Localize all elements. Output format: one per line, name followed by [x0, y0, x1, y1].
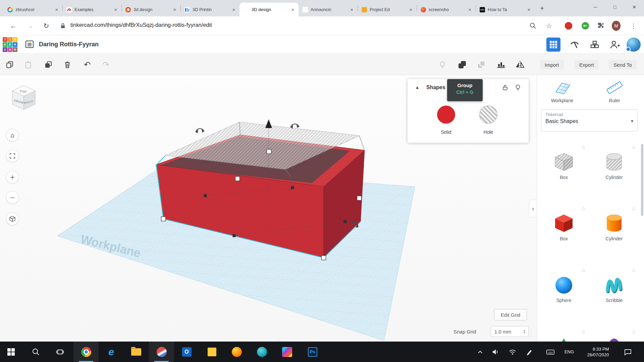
browser-profile-avatar[interactable]: M [612, 21, 621, 30]
user-avatar[interactable] [627, 38, 641, 52]
mirror-flip-icon[interactable] [515, 60, 525, 70]
taskbar-search-button[interactable] [26, 342, 45, 362]
tray-network[interactable] [507, 342, 518, 362]
back-icon[interactable]: ← [9, 21, 18, 31]
panel-collapse-icon[interactable]: ▲ [412, 83, 422, 92]
bricks-icon[interactable] [589, 39, 600, 50]
taskbar-file-explorer[interactable] [123, 342, 149, 362]
taskbar-teal-app[interactable] [249, 342, 274, 362]
browser-menu-icon[interactable]: ⋮ [629, 21, 638, 30]
tab-screenshot[interactable]: screensho × [417, 3, 476, 16]
shape-item-scribble[interactable]: ☆ Scribble [590, 267, 638, 326]
dashboard-grid-button[interactable] [546, 38, 560, 52]
ruler-tool[interactable]: Ruler [589, 80, 640, 103]
favorite-star-icon[interactable]: ☆ [581, 267, 586, 274]
shape-library-dropdown[interactable]: Tinkercad Basic Shapes ▾ [541, 109, 638, 131]
rotate-handle-right[interactable] [290, 124, 300, 129]
tray-pen[interactable] [524, 342, 535, 362]
tab-close-icon[interactable]: × [526, 7, 532, 13]
workplane-tool[interactable]: Workplane [537, 80, 587, 103]
forward-icon[interactable]: → [25, 21, 35, 31]
taskbar-firefox[interactable] [224, 342, 249, 362]
tray-show-hidden-icons[interactable] [474, 342, 486, 362]
shape-item-partial[interactable]: ☆ [540, 328, 588, 342]
tray-action-center[interactable] [621, 342, 635, 362]
bplus-extension-icon[interactable]: B+ [581, 21, 590, 30]
visibility-bulb-icon[interactable] [514, 83, 522, 92]
tab-close-icon[interactable]: × [290, 7, 296, 13]
snap-grid-spinner[interactable]: ▴▾ [523, 329, 525, 334]
tab-close-icon[interactable]: × [172, 7, 178, 13]
taskbar-chrome[interactable] [73, 342, 99, 362]
add-person-icon[interactable] [609, 39, 621, 50]
zoom-in-button[interactable]: + [6, 171, 19, 183]
rotate-handle-left[interactable] [195, 129, 205, 133]
start-button[interactable] [2, 342, 20, 362]
extensions-puzzle-icon[interactable] [596, 21, 605, 30]
align-icon[interactable] [496, 60, 506, 70]
zoom-out-button[interactable]: − [6, 191, 19, 204]
tab-close-icon[interactable]: × [54, 7, 60, 13]
snap-grid-dropdown[interactable]: 1.0 mm ▴▾ [491, 326, 529, 337]
tab-3d-design-active[interactable]: 3D design × [239, 3, 299, 16]
taskbar-internet-explorer[interactable]: e [99, 342, 124, 362]
hole-material-swatch[interactable] [479, 106, 497, 124]
properties-menu-icon[interactable] [25, 41, 34, 48]
copy-icon[interactable] [5, 60, 15, 70]
minecraft-pickaxe-icon[interactable] [569, 39, 580, 50]
panel-scrollbar[interactable] [641, 144, 643, 216]
favorite-star-icon[interactable]: ☆ [631, 144, 636, 150]
home-view-button[interactable]: ⌂ [6, 129, 19, 141]
favorite-star-icon[interactable]: ☆ [631, 205, 636, 212]
tab-how-to[interactable]: HTG How to Ta × [476, 3, 535, 16]
tray-language[interactable]: ENG [562, 342, 576, 362]
send-to-button[interactable]: Send To [609, 60, 637, 69]
tab-examples[interactable]: Examples × [62, 3, 121, 16]
tab-announcing[interactable]: Announcin × [299, 3, 358, 16]
favorite-star-icon[interactable]: ☆ [581, 205, 586, 212]
url-text[interactable]: tinkercad.com/things/dhfBrXuSqzj-daring-… [70, 22, 212, 28]
delete-trash-icon[interactable] [62, 60, 72, 70]
bookmark-star-icon[interactable]: ☆ [545, 21, 553, 30]
tab-zbrushcore[interactable]: zbrushcor × [3, 3, 62, 16]
tray-volume[interactable] [490, 342, 501, 362]
tab-project-ed[interactable]: Project Ed × [358, 3, 417, 16]
tab-3d-printing[interactable]: 3D Printin × [180, 3, 239, 16]
shape-item-cylinder[interactable]: ☆ Cylinder [590, 205, 638, 264]
favorite-star-icon[interactable]: ☆ [581, 144, 586, 150]
solid-material-swatch[interactable] [437, 106, 455, 124]
shape-item-hole-cylinder[interactable]: ☆ Cylinder [590, 144, 638, 203]
import-button[interactable]: Import [540, 60, 564, 69]
lock-toggle-icon[interactable] [501, 83, 509, 92]
shape-item-partial[interactable]: ☆ [590, 328, 638, 342]
fit-view-button[interactable] [6, 149, 19, 162]
perspective-toggle-button[interactable] [6, 213, 19, 225]
taskbar-outlook[interactable]: O [174, 342, 199, 362]
zoom-indicator-icon[interactable] [529, 21, 537, 30]
lightbulb-icon[interactable] [437, 60, 447, 70]
shape-item-hole-box[interactable]: ☆ Box [540, 144, 588, 203]
favorite-star-icon[interactable]: ☆ [631, 328, 636, 335]
undo-icon[interactable]: ↶ [82, 60, 92, 70]
reload-icon[interactable]: ↻ [42, 21, 51, 31]
tab-close-icon[interactable]: × [113, 7, 119, 13]
paste-icon[interactable] [23, 60, 33, 70]
favorite-star-icon[interactable]: ☆ [581, 328, 586, 335]
taskbar-photoshop[interactable]: Ps [300, 342, 325, 362]
task-view-button[interactable] [51, 342, 69, 362]
tab-close-icon[interactable]: × [467, 7, 473, 13]
tab-3d-design-search[interactable]: 3d design × [121, 3, 180, 16]
taskbar-sticky-notes[interactable] [199, 342, 224, 362]
height-handle-cone[interactable] [265, 119, 272, 128]
tab-close-icon[interactable]: × [231, 7, 237, 13]
tray-clock[interactable]: 8:33 PM 28/07/2020 [583, 342, 613, 362]
window-minimize-button[interactable]: ─ [586, 0, 605, 14]
edit-grid-button[interactable]: Edit Grid [494, 309, 527, 320]
tinkercad-logo[interactable]: TIN KER CAD [3, 37, 17, 52]
panel-collapse-handle[interactable]: › [529, 200, 537, 217]
adblock-extension-icon[interactable] [564, 21, 573, 30]
group-icon[interactable] [457, 60, 467, 70]
redo-icon[interactable]: ↷ [101, 60, 111, 70]
new-tab-button[interactable]: + [537, 4, 547, 13]
tab-close-icon[interactable]: × [349, 7, 355, 13]
